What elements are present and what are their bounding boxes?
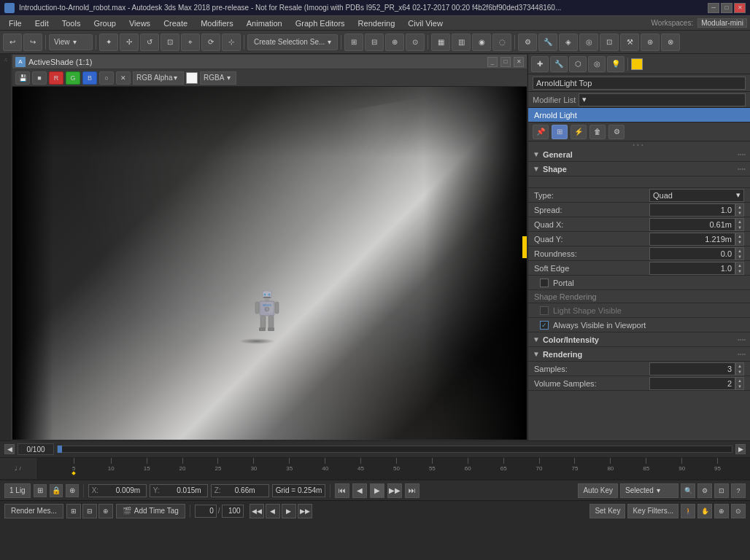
walk-btn[interactable]: 🚶 — [681, 504, 695, 518]
portal-checkbox[interactable] — [540, 279, 549, 287]
auto-key-button[interactable]: Auto Key — [578, 483, 618, 498]
quad-y-input[interactable] — [649, 233, 735, 246]
menu-edit[interactable]: Edit — [29, 18, 55, 29]
snap-button[interactable]: ⊞ — [344, 34, 363, 51]
timeline-right-arrow[interactable]: ▶ — [735, 444, 746, 454]
select-button[interactable]: ✦ — [99, 34, 118, 51]
shade-cross-btn[interactable]: ✕ — [116, 71, 131, 85]
render-btn5[interactable]: ⊡ — [600, 34, 619, 51]
y-input[interactable] — [161, 486, 201, 494]
view-dropdown[interactable]: View ▾ — [49, 34, 93, 50]
quad-y-down[interactable]: ▼ — [736, 239, 743, 245]
z-input[interactable] — [223, 486, 255, 494]
shade-rgba-dropdown[interactable]: RGBA ▾ — [200, 71, 236, 85]
tool-a[interactable]: ▦ — [431, 34, 450, 51]
volume-samples-up[interactable]: ▲ — [736, 378, 743, 384]
hand-btn[interactable]: ✋ — [697, 504, 712, 518]
render-btn6[interactable]: ⚒ — [620, 34, 639, 51]
timeline-left-arrow[interactable]: ◀ — [4, 444, 15, 454]
set-key-button[interactable]: Set Key — [589, 504, 625, 518]
spread-up[interactable]: ▲ — [736, 204, 743, 210]
tool-c[interactable]: ◉ — [472, 34, 491, 51]
activeshade-close[interactable]: ✕ — [514, 57, 524, 67]
type-dropdown[interactable]: Quad ▾ — [649, 189, 744, 202]
tool-d[interactable]: ◌ — [492, 34, 511, 51]
frame-input[interactable] — [195, 505, 217, 518]
section-rendering[interactable]: ▼ Rendering •••• — [528, 347, 750, 362]
section-shape[interactable]: ▼ Shape •••• — [528, 162, 750, 176]
snap-btn3[interactable]: ⊕ — [385, 34, 404, 51]
layer-button[interactable]: 1 Lig — [4, 483, 31, 498]
modifier-item[interactable]: Arnold Light — [528, 108, 750, 122]
shade-color-swatch[interactable] — [186, 72, 198, 84]
pb-icon-2[interactable]: ◀ — [266, 504, 280, 518]
menu-tools[interactable]: Tools — [56, 18, 87, 29]
pb-icon-4[interactable]: ▶▶ — [298, 504, 312, 518]
close-button[interactable]: ✕ — [734, 3, 746, 13]
tool4[interactable]: ⌖ — [181, 34, 200, 51]
spread-down[interactable]: ▼ — [736, 210, 743, 216]
prop-params-btn[interactable]: ⊞ — [552, 125, 568, 139]
render-btn7[interactable]: ⊛ — [641, 34, 660, 51]
add-time-tag-button[interactable]: 🎬 Add Time Tag — [116, 504, 185, 518]
shade-color-b-btn[interactable]: B — [82, 71, 97, 85]
rp-color-swatch[interactable] — [631, 58, 643, 70]
volume-samples-down[interactable]: ▼ — [736, 384, 743, 389]
rp-hierarchy-btn[interactable]: ⬡ — [569, 56, 587, 72]
play-last-button[interactable]: ⏭ — [405, 483, 420, 498]
menu-graph-editors[interactable]: Graph Editors — [290, 18, 351, 29]
quad-x-input[interactable] — [649, 218, 735, 231]
shade-stop-btn[interactable]: ■ — [32, 71, 47, 85]
play-first-button[interactable]: ⏮ — [335, 483, 349, 498]
scale-button[interactable]: ⊡ — [161, 34, 179, 51]
rotate-button[interactable]: ↺ — [140, 34, 159, 51]
soft-edge-input[interactable] — [649, 262, 735, 275]
play-next-button[interactable]: ▶▶ — [387, 483, 402, 498]
layer-icon[interactable]: ⊞ — [34, 484, 47, 497]
prop-options-btn[interactable]: ⚙ — [608, 125, 625, 139]
render-mes-button[interactable]: Render Mes... — [4, 504, 63, 518]
search-button[interactable]: 🔍 — [681, 483, 695, 498]
section-general[interactable]: ▼ General •••• — [528, 147, 750, 162]
minimize-button[interactable]: ─ — [708, 3, 719, 13]
menu-file[interactable]: File — [3, 18, 28, 29]
menu-civil-view[interactable]: Civil View — [402, 18, 448, 29]
rp-create-btn[interactable]: ✚ — [531, 56, 549, 72]
menu-views[interactable]: Views — [123, 18, 156, 29]
timeline-progress[interactable] — [57, 446, 732, 453]
shade-color-g-btn[interactable]: G — [66, 71, 80, 85]
workspaces-dropdown[interactable]: Modular-mini — [697, 18, 747, 28]
volume-samples-input[interactable] — [649, 377, 735, 390]
lock-icon[interactable]: 🔒 — [50, 484, 63, 497]
render-icon-2[interactable]: ⊟ — [82, 504, 97, 518]
samples-down[interactable]: ▼ — [736, 369, 743, 375]
quad-y-up[interactable]: ▲ — [736, 233, 743, 239]
magnet-icon[interactable]: ⊕ — [66, 484, 79, 497]
prop-delete-btn[interactable]: 🗑 — [589, 125, 606, 139]
render-btn2[interactable]: 🔧 — [538, 34, 557, 51]
x-input[interactable] — [100, 486, 140, 494]
render-btn3[interactable]: ◈ — [559, 34, 578, 51]
roundness-up[interactable]: ▲ — [736, 248, 743, 254]
redo-button[interactable]: ↪ — [23, 34, 42, 51]
samples-input[interactable] — [649, 362, 735, 376]
soft-edge-down[interactable]: ▼ — [736, 268, 743, 274]
render-btn4[interactable]: ◎ — [579, 34, 598, 51]
viewport-panel[interactable]: A ActiveShade (1:1) _ □ ✕ 💾 ■ R G B ○ ✕ … — [12, 54, 527, 440]
rp-modify-btn[interactable]: 🔧 — [550, 56, 568, 72]
always-visible-checkbox[interactable]: ✓ — [540, 321, 549, 330]
tool6[interactable]: ⊹ — [222, 34, 241, 51]
menu-modifiers[interactable]: Modifiers — [195, 18, 239, 29]
tool5[interactable]: ⟳ — [201, 34, 220, 51]
render-icon-3[interactable]: ⊕ — [98, 504, 113, 518]
shade-save-btn[interactable]: 💾 — [15, 71, 30, 85]
render-btn1[interactable]: ⚙ — [518, 34, 537, 51]
misc-btn[interactable]: ⊙ — [731, 504, 746, 518]
roundness-down[interactable]: ▼ — [736, 254, 743, 260]
shade-color-r-btn[interactable]: R — [49, 71, 63, 85]
rp-motion-btn[interactable]: ◎ — [588, 56, 606, 72]
prop-param-wire-btn[interactable]: ⚡ — [571, 125, 587, 139]
activeshade-minimize[interactable]: _ — [487, 57, 498, 67]
quad-x-up[interactable]: ▲ — [736, 219, 743, 225]
modifier-list-dropdown[interactable]: ▾ — [579, 93, 746, 106]
